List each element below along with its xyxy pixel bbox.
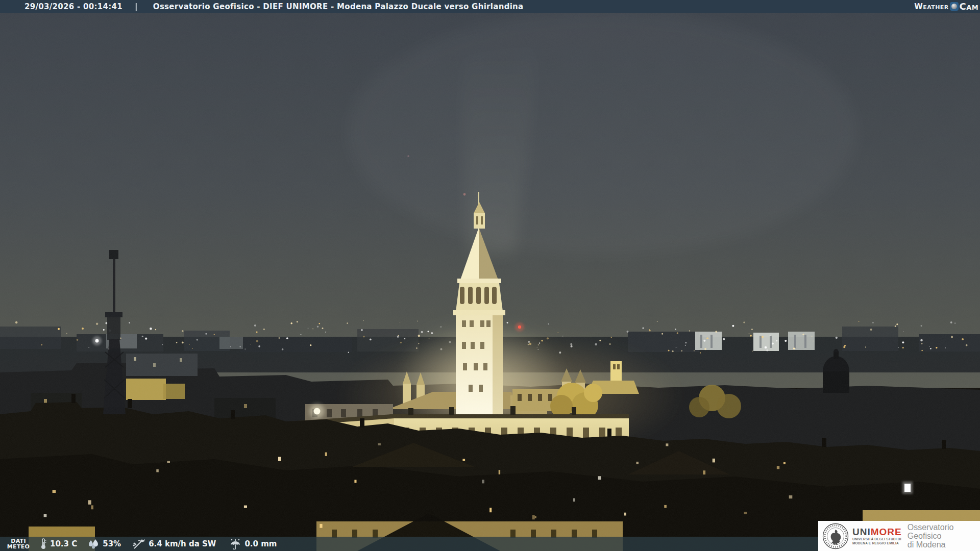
rain-value: 0.0 mm bbox=[244, 539, 277, 548]
temperature-metric: 10.3 C bbox=[40, 538, 77, 549]
wind-icon bbox=[132, 538, 145, 549]
unimore-seal-icon bbox=[822, 523, 849, 549]
wind-metric: 6.4 km/h da SW bbox=[132, 538, 216, 549]
wind-value: 6.4 km/h da SW bbox=[149, 539, 216, 548]
humidity-metric: 53% bbox=[87, 539, 121, 549]
temperature-value: 10.3 C bbox=[50, 539, 77, 548]
dati-meteo-badge: DATI METEO bbox=[0, 538, 37, 549]
humidity-icon bbox=[87, 539, 100, 549]
rain-icon bbox=[229, 538, 241, 549]
webcam-frame: 29/03/2026 - 00:14:41 | Osservatorio Geo… bbox=[0, 0, 980, 551]
header-bar: 29/03/2026 - 00:14:41 | Osservatorio Geo… bbox=[0, 0, 980, 13]
unimore-logo-box: UNIMORE UNIVERSITÀ DEGLI STUDI DI MODENA… bbox=[818, 521, 980, 551]
university-name-line2: MODENA E REGGIO EMILIA bbox=[852, 542, 902, 545]
observatory-name: Osservatorio Geofisico di Modena bbox=[908, 523, 980, 549]
sphere-icon bbox=[950, 2, 959, 11]
camera-title: Osservatorio Geofisico - DIEF UNIMORE - … bbox=[153, 2, 524, 11]
datetime-text: 29/03/2026 - 00:14:41 bbox=[24, 2, 122, 11]
unimore-wordmark-block: UNIMORE UNIVERSITÀ DEGLI STUDI DI MODENA… bbox=[852, 527, 902, 545]
weathercam-weather-text: Weather bbox=[914, 2, 948, 11]
sensor-noise bbox=[0, 0, 980, 551]
weathercam-logo: Weather Cam bbox=[914, 1, 978, 12]
rain-metric: 0.0 mm bbox=[229, 538, 277, 549]
unimore-wordmark: UNIMORE bbox=[852, 527, 902, 537]
humidity-value: 53% bbox=[103, 539, 121, 548]
thermometer-icon bbox=[40, 538, 47, 549]
separator: | bbox=[135, 2, 138, 11]
webcam-photo bbox=[0, 0, 980, 551]
university-name-line1: UNIVERSITÀ DEGLI STUDI DI bbox=[852, 538, 902, 541]
weathercam-cam-text: Cam bbox=[960, 1, 978, 12]
